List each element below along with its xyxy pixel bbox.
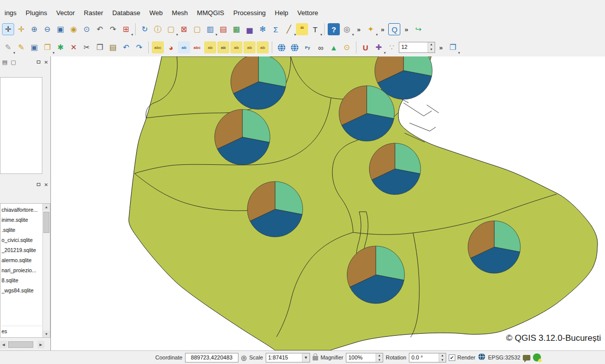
legend-filter-icon[interactable]: ▤ [1, 58, 9, 66]
layer-histogram-icon[interactable]: ▅ [244, 23, 256, 35]
toggle-label-visibility-icon[interactable]: ab [217, 41, 229, 53]
messages-icon[interactable] [523, 355, 530, 360]
scale-combobox[interactable]: 1:87415 ▼ [266, 353, 310, 362]
zoom-out-icon[interactable]: ⊖ [41, 23, 53, 35]
menu-item-vettore[interactable]: Vettore [293, 8, 323, 18]
scroll-up-icon[interactable]: ▲ [43, 204, 50, 210]
zoom-to-layer-icon[interactable]: ⊙ [81, 23, 93, 35]
open-field-form-icon[interactable]: ▥▾ [204, 23, 216, 35]
epsg-status[interactable]: EPSG:32532 [488, 354, 520, 360]
quick-finder-icon[interactable]: ⊙ [341, 41, 353, 53]
dropdown-caret-icon[interactable]: ▾ [320, 33, 322, 37]
current-edits-icon[interactable]: ✎▾ [2, 41, 14, 53]
menu-item-database[interactable]: Database [108, 8, 145, 18]
file-item[interactable]: 8.sqlite [2, 275, 42, 285]
file-item[interactable]: _wgs84.sqlite [2, 285, 42, 295]
dropdown-caret-icon[interactable]: ▾ [131, 33, 133, 37]
spin-up-icon[interactable]: ▲ [428, 42, 435, 47]
statistics-summary-icon[interactable]: Σ [270, 23, 282, 35]
save-edits-icon[interactable]: ▣ [28, 41, 40, 53]
horizontal-scrollbar[interactable]: ◀ ▶ [0, 341, 49, 348]
new-map-view-icon[interactable]: ⊞▾ [120, 23, 132, 35]
dropdown-caret-icon[interactable]: ▾ [376, 33, 378, 37]
render-check-icon[interactable]: ✔ [449, 354, 455, 361]
map-tips-icon[interactable]: ❝ [296, 23, 308, 35]
redo-icon[interactable]: ↷ [133, 41, 145, 53]
copy-features-icon[interactable]: ❐ [94, 41, 106, 53]
file-item[interactable]: inime.sqlite [2, 215, 42, 225]
rotation-up-icon[interactable]: ▲ [439, 353, 446, 358]
file-item[interactable]: .sqlite [2, 225, 42, 235]
horizontal-scroll-thumb[interactable] [8, 341, 33, 348]
tracing-icon[interactable]: ∵ [386, 41, 398, 53]
plugin-wand-icon[interactable]: ✦▾ [365, 23, 377, 35]
metasearch-globe-icon[interactable] [288, 41, 300, 53]
copy-paste-layer-icon[interactable]: ❐▾ [447, 41, 459, 53]
hide-labels-icon[interactable]: abc [191, 41, 203, 53]
attribute-table-icon[interactable]: ▦ [230, 23, 243, 35]
new-layer-icon[interactable]: ✱ [54, 41, 67, 53]
file-item[interactable]: alermo.sqlite [2, 255, 42, 265]
lock-scale-icon[interactable] [313, 356, 318, 360]
undo-icon[interactable]: ↶ [120, 41, 132, 53]
python-console-icon[interactable]: Py [301, 41, 314, 53]
zoom-last-icon[interactable]: ↶ [94, 23, 106, 35]
cut-features-icon[interactable]: ✂ [81, 41, 93, 53]
identify-features-icon[interactable]: ⓘ [152, 23, 164, 35]
vertical-scrollbar[interactable]: ▲ ▼ [42, 204, 50, 337]
dropdown-caret-icon[interactable]: ▾ [458, 51, 460, 55]
dropdown-caret-icon[interactable]: ▾ [352, 33, 354, 37]
scroll-right-icon[interactable]: ▶ [37, 341, 44, 348]
menu-item-mmqgis[interactable]: MMQGIS [193, 8, 229, 18]
zoom-full-icon[interactable]: ▣ [54, 23, 67, 35]
osm-place-search-icon[interactable]: ∞ [315, 41, 327, 53]
panel-close-icon[interactable]: ✕ [43, 59, 49, 66]
menu-item-help[interactable]: Help [270, 8, 293, 18]
file-item[interactable]: nari_proiezio... [2, 265, 42, 275]
show-labels-icon[interactable]: ab [178, 41, 190, 53]
select-features-icon[interactable]: ▢▾ [165, 23, 177, 35]
zoom-to-selection-icon[interactable]: ◉ [68, 23, 80, 35]
label-options-icon[interactable]: ◕ [165, 41, 177, 53]
coordinate-capture-icon[interactable]: ◎▾ [341, 23, 353, 35]
menu-item-processing[interactable]: Processing [229, 8, 270, 18]
help-icon[interactable]: ? [328, 23, 340, 35]
vertex-tool-icon[interactable]: ✚▾ [373, 41, 385, 53]
magnifier-down-icon[interactable]: ▼ [376, 358, 383, 362]
menu-item-mesh[interactable]: Mesh [167, 8, 193, 18]
render-checkbox[interactable]: ✔ Render [449, 354, 475, 361]
deselect-features-icon[interactable]: ⊠ [178, 23, 190, 35]
spin-down-icon[interactable]: ▼ [428, 47, 435, 52]
menu-item-vector[interactable]: Vector [52, 8, 80, 18]
move-label-icon[interactable]: ab [230, 41, 243, 53]
select-by-value-icon[interactable]: ▢ [191, 23, 203, 35]
magnifier-spinner[interactable]: 100% ▲▼ [346, 353, 383, 362]
zoom-in-icon[interactable]: ⊕ [28, 23, 40, 35]
profile-tool-icon[interactable]: ▲ [328, 41, 340, 53]
snapping-magnet-icon[interactable]: U [359, 41, 372, 53]
label-font-size-spinner[interactable]: 12▲▼ [399, 42, 435, 53]
web-globe-icon[interactable] [275, 41, 287, 53]
rotation-spinner[interactable]: 0.0 ° ▲▼ [409, 353, 446, 362]
layer-labeling-icon[interactable]: abc [152, 41, 164, 53]
osm-search-icon[interactable]: Q [388, 23, 400, 35]
share-export-icon[interactable]: ↪ [412, 23, 425, 35]
pan-to-selection-icon[interactable]: ✛ [15, 23, 27, 35]
paste-features-icon[interactable]: ▤ [107, 41, 119, 53]
crs-globe-icon[interactable] [478, 353, 486, 362]
coordinate-input[interactable] [185, 353, 238, 362]
file-item-extra[interactable]: es [2, 326, 42, 336]
file-item[interactable]: o_civici.sqlite [2, 235, 42, 245]
browser-tree-box[interactable] [0, 77, 42, 174]
rotate-label-icon[interactable]: ab [244, 41, 256, 53]
magnifier-up-icon[interactable]: ▲ [376, 353, 383, 358]
add-layer-icon[interactable]: ▢ [10, 58, 17, 66]
vertical-scroll-thumb[interactable] [43, 212, 49, 233]
scroll-down-icon[interactable]: ▼ [43, 331, 50, 337]
delete-selected-icon[interactable]: ✕ [68, 41, 80, 53]
rotation-down-icon[interactable]: ▼ [439, 358, 446, 362]
panel2-float-icon[interactable] [35, 181, 42, 188]
file-item[interactable]: chiavalfortore... [2, 205, 42, 215]
menu-item-web[interactable]: Web [145, 8, 167, 18]
processing-toolbox-icon[interactable]: ✻ [257, 23, 269, 35]
